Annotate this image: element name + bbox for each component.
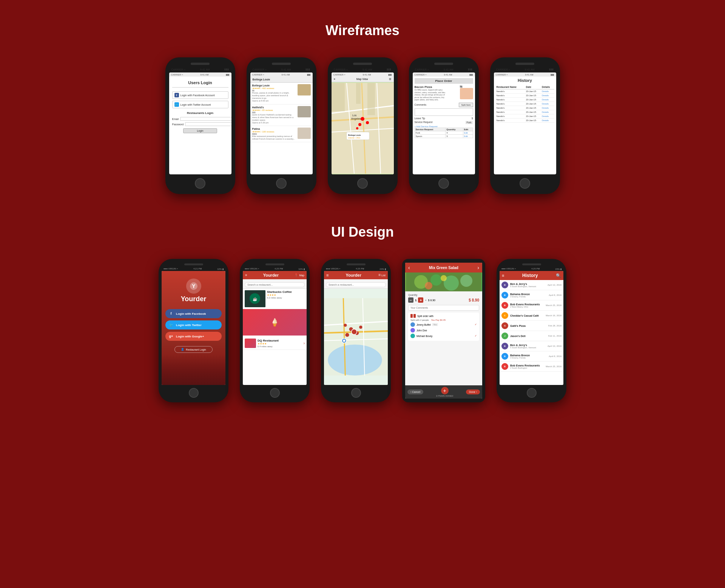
menu-icon[interactable]: ≡ [245, 273, 247, 277]
person-row-3: Michael Bovey ✓ [410, 334, 477, 338]
restaurant-img-2 [298, 106, 311, 117]
list-toggle[interactable]: ☰ List [378, 274, 386, 277]
svg-rect-9 [367, 83, 375, 115]
home-button-3[interactable] [357, 178, 368, 189]
add-item-btn[interactable]: + [441, 387, 449, 394]
map-search-input[interactable] [326, 282, 386, 287]
svg-text:Angeles: Angeles [351, 117, 361, 120]
forward-arrow-icon[interactable]: › [477, 265, 479, 271]
order-item-name: Mix Green Salad [429, 266, 458, 270]
map-header: ≡ Map View ☰ [332, 77, 394, 82]
hist-date-1: April 8, 2016 [549, 294, 561, 296]
salad-image [405, 272, 482, 291]
svg-rect-8 [356, 83, 361, 104]
email-input[interactable] [180, 117, 231, 121]
email-label: Email [172, 118, 179, 120]
ui-google-btn[interactable]: g+ Login with Google+ [165, 332, 222, 341]
wf-status-bar-1: CARRIER ≈ 9:41 AM ▮▮▮ [169, 68, 231, 71]
home-button-1[interactable] [195, 178, 205, 189]
done-btn[interactable]: Done › [466, 389, 480, 394]
password-row: Password [172, 122, 228, 126]
comments-input[interactable] [408, 305, 479, 311]
svg-point-38 [343, 340, 345, 342]
order-header: Place Order [415, 78, 473, 84]
login-button[interactable]: Login [183, 128, 217, 133]
ui-twitter-btn[interactable]: 🐦 Login with Twitter [165, 320, 222, 329]
svg-text:Bottega Louie: Bottega Louie [348, 134, 361, 136]
ui-home-button-3[interactable] [351, 388, 361, 398]
ui-home-button-1[interactable] [189, 388, 199, 398]
hist-info-8: Bob Evans Restaurants 2 South Burlington [510, 364, 540, 369]
ui-history-item-3[interactable]: C Cheddar's Casual Café March 16, 2016 [500, 311, 563, 321]
screen-status-bar-2: CARRIER ≈ 9:41 AM ▮▮▮ [250, 72, 313, 77]
home-button-2[interactable] [276, 178, 287, 189]
edit-fork[interactable]: Edit [464, 132, 468, 134]
ui-history-item-8[interactable]: B Bob Evans Restaurants 2 South Burlingt… [500, 362, 563, 372]
ui-history-item-4[interactable]: G Gatti's Pizza Feb 28, 2016 [500, 321, 563, 331]
restaurant-login-btn[interactable]: 👤 Restaurant Login [174, 346, 212, 353]
edit-spoon[interactable]: Edit [464, 135, 468, 137]
map-menu-icon[interactable]: ≡ [326, 273, 329, 277]
wf-map-screen: CARRIER ≈ 9:41 AM ▮▮▮ ≡ Map View ☰ [332, 72, 394, 174]
split-section: Split order with Split with 2 people You… [408, 312, 479, 341]
svg-point-35 [344, 324, 347, 327]
search-input[interactable] [245, 282, 305, 287]
svg-point-34 [359, 326, 362, 329]
ui-order-footer: ‹ Cancel + 3 ITEMS ADDED Done › [405, 385, 482, 399]
wf-facebook-btn[interactable]: f Login with Facebook Account [172, 91, 228, 99]
ui-home-button-5[interactable] [527, 388, 537, 398]
dq-info-row: DQ Restaurant ★★★★ 0.4 miles away › [243, 337, 307, 349]
svg-point-11 [358, 123, 361, 126]
wf-phone-order: CARRIER ≈ 9:41 AM ▮▮▮ CARRIER ≈ 9:41 AM … [409, 57, 479, 194]
cancel-btn[interactable]: ‹ Cancel [407, 389, 423, 394]
wf-status-bar-3: CARRIER ≈ 9:41 AM ▮▮▮ [332, 68, 394, 71]
ui-history-item-1[interactable]: B Bahama Breeze 3 Downy, Florida April 8… [500, 290, 563, 300]
map-app-name: Yourder [346, 273, 361, 277]
twitter-icon: 🐦 [168, 322, 174, 328]
list-item-3[interactable]: Patina ★★★★☆ 100 reviews $$$$ Elite rest… [250, 126, 313, 142]
hist-date-2: March 25, 2016 [546, 304, 561, 306]
ui-history-item-7[interactable]: B Bahama Breeze 3 Downy, Florida April 8… [500, 351, 563, 362]
list-item-2[interactable]: Hatfield's ★★★★☆ 65 reviews $$$ Quinn & … [250, 105, 313, 126]
wf-history-row-4: Nando's 23-Jan-15 Details [496, 106, 554, 110]
ui-history-item-2[interactable]: B Bob Evans Restaurants 2 New Albany, Oh… [500, 300, 563, 311]
quantity-plus-btn[interactable]: + [418, 297, 423, 303]
hist-date-4: Feb 28, 2016 [548, 325, 561, 327]
dq-thumb [245, 339, 256, 348]
wf-history-row-5: Nando's 23-Jan-15 Details [496, 110, 554, 114]
home-button-4[interactable] [438, 178, 449, 189]
list-item-1[interactable]: Bottega Louie ★★★★☆ 492 reviews $$ Pizza… [250, 83, 313, 105]
phone-speaker-4 [434, 63, 453, 65]
search-icon[interactable]: 🔍 [556, 273, 561, 278]
comments-input[interactable] [415, 108, 473, 116]
screen-status-bar-5: CARRIER ≈ 9:41 AM ▮▮▮ [494, 72, 556, 77]
split-item-btn[interactable]: Split Item [459, 103, 473, 107]
wf-twitter-btn[interactable]: 🐦 Login with Twitter Account [172, 101, 228, 108]
ui-history-list: B Ben & Jerry's 5 South Burlington, Verm… [500, 280, 563, 372]
ui-home-button-2[interactable] [270, 388, 280, 398]
password-input[interactable] [185, 122, 231, 126]
app-name-label: Yourder [181, 295, 207, 303]
home-button-5[interactable] [520, 178, 530, 189]
ui-phone-map: ●●● VIRGIN ≈ 4:25 PM 20% ▮ ≡ Yourder ☰ L… [321, 259, 391, 402]
hist-logo-5: J [501, 332, 508, 339]
person-row-2: John Doe [410, 328, 477, 332]
map-view: Los Angeles Bottega Louie ★★★★☆ (402) [332, 82, 394, 174]
ui-history-item-5[interactable]: J Jason's Deli Feb 11, 2016 [500, 331, 563, 341]
ui-list-screen: ≡ Yourder 📍 Map ☕ [243, 271, 307, 385]
person2-avatar [410, 328, 415, 332]
ui-facebook-btn[interactable]: f Login with Facebook [165, 309, 222, 318]
back-arrow-icon[interactable]: ‹ [408, 265, 410, 271]
ui-history-item-6[interactable]: B Ben & Jerry's 5 South Burlington, Verm… [500, 341, 563, 351]
svg-rect-47 [413, 314, 416, 318]
wf-status-bar-5: CARRIER ≈ 9:41 AM ▮▮▮ [494, 68, 556, 71]
history-menu-icon[interactable]: ≡ [502, 273, 504, 278]
history-table: Restaurant Name Date Details Nando's 23-… [496, 85, 554, 123]
wf-history-row-6: Nando's 23-Jan-15 Details [496, 114, 554, 119]
ui-rest-item-2[interactable]: 🍦 DQ Restaurant ★★★★ 0.4 miles away › [243, 309, 307, 350]
ui-rest-item-1[interactable]: ☕ Starbucks Coffee ★★★★ 0.2 miles away [243, 289, 307, 309]
wf-order-content: Place Order Bacon Pizza On BBQ sauce, to… [413, 77, 475, 140]
quantity-minus-btn[interactable]: − [408, 297, 413, 303]
map-icon[interactable]: 📍 [295, 274, 298, 277]
ui-history-item-0[interactable]: B Ben & Jerry's 5 South Burlington, Verm… [500, 280, 563, 290]
